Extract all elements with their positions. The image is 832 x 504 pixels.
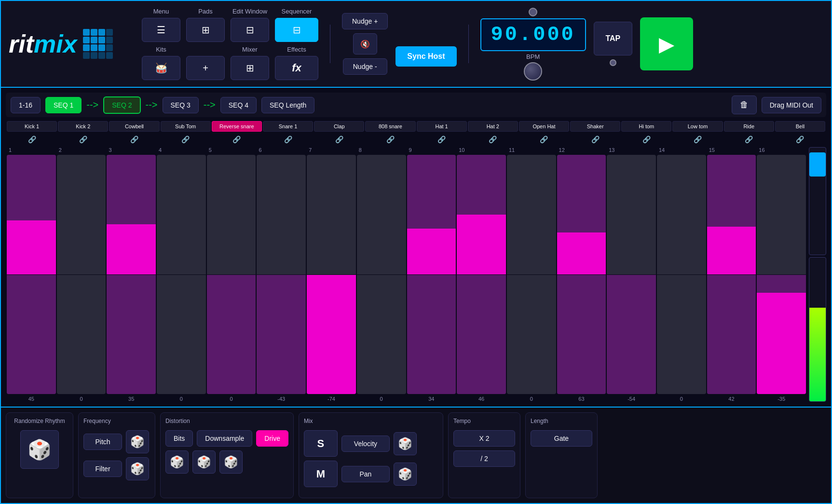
step-bottom-5[interactable]	[207, 275, 256, 395]
step-top-7[interactable]	[307, 155, 356, 274]
step-bottom-1[interactable]	[7, 275, 56, 395]
step-top-4[interactable]	[157, 155, 206, 274]
seq3-button[interactable]: SEQ 3	[163, 97, 199, 113]
div2-button[interactable]: / 2	[453, 450, 515, 467]
step-top-6[interactable]	[257, 155, 306, 274]
seq4-button[interactable]: SEQ 4	[220, 97, 257, 113]
drum-label-14[interactable]: Ride	[724, 121, 774, 132]
filter-button[interactable]: Filter	[83, 461, 122, 477]
step-bottom-8[interactable]	[357, 275, 406, 395]
step-column-7[interactable]	[307, 155, 356, 394]
step-top-16[interactable]	[757, 155, 806, 274]
drive-dice[interactable]: 🎲	[219, 450, 243, 474]
filter-dice[interactable]: 🎲	[126, 457, 149, 480]
step-column-1[interactable]	[7, 155, 56, 394]
step-bottom-11[interactable]	[507, 275, 556, 395]
pitch-dice[interactable]: 🎲	[126, 430, 149, 453]
step-column-15[interactable]	[707, 155, 756, 394]
step-top-14[interactable]	[657, 155, 706, 274]
drum-label-15[interactable]: Bell	[775, 121, 825, 132]
step-column-16[interactable]	[757, 155, 806, 394]
bits-button[interactable]: Bits	[165, 430, 193, 447]
solo-button[interactable]: S	[304, 430, 338, 457]
mute-button[interactable]: 🔇	[353, 33, 377, 54]
mixer-button[interactable]: ⊞	[231, 56, 269, 80]
arrow1-button[interactable]: -->	[86, 99, 98, 110]
step-top-11[interactable]	[507, 155, 556, 274]
nudge-minus-button[interactable]: Nudge -	[343, 58, 387, 75]
drum-label-2[interactable]: Cowbell	[109, 121, 159, 132]
drum-label-11[interactable]: Shaker	[570, 121, 620, 132]
step-bottom-13[interactable]	[607, 275, 656, 395]
velocity-dice[interactable]: 🎲	[394, 432, 417, 455]
step-top-8[interactable]	[357, 155, 406, 274]
arrow3-button[interactable]: -->	[204, 99, 216, 110]
drum-label-7[interactable]: 808 snare	[365, 121, 415, 132]
tap-button[interactable]: TAP	[594, 22, 632, 55]
step-column-4[interactable]	[157, 155, 206, 394]
step-column-3[interactable]	[107, 155, 156, 394]
x2-button[interactable]: X 2	[453, 430, 515, 447]
step-column-9[interactable]	[407, 155, 456, 394]
drum-label-12[interactable]: Hi tom	[621, 121, 671, 132]
step-column-10[interactable]	[457, 155, 506, 394]
downsample-dice[interactable]: 🎲	[192, 450, 216, 474]
velocity-button[interactable]: Velocity	[341, 436, 390, 452]
step-column-14[interactable]	[657, 155, 706, 394]
step-top-2[interactable]	[57, 155, 106, 274]
step-bottom-6[interactable]	[257, 275, 306, 395]
step-column-2[interactable]	[57, 155, 106, 394]
step-bottom-3[interactable]	[107, 275, 156, 395]
step-bottom-14[interactable]	[657, 275, 706, 395]
step-column-12[interactable]	[557, 155, 606, 394]
step-bottom-4[interactable]	[157, 275, 206, 395]
range-button[interactable]: 1-16	[11, 97, 41, 113]
drum-label-6[interactable]: Clap	[314, 121, 364, 132]
drum-label-3[interactable]: Sub Tom	[161, 121, 211, 132]
drum-label-13[interactable]: Low tom	[672, 121, 723, 132]
step-column-8[interactable]	[357, 155, 406, 394]
bpm-knob[interactable]	[524, 62, 542, 81]
pan-button[interactable]: Pan	[341, 466, 390, 482]
step-top-10[interactable]	[457, 155, 506, 274]
drive-button[interactable]: Drive	[256, 430, 288, 447]
pads-button[interactable]: ⊞	[186, 18, 225, 42]
step-top-3[interactable]	[107, 155, 156, 274]
step-top-9[interactable]	[407, 155, 456, 274]
randomize-dice[interactable]: 🎲	[20, 430, 59, 469]
effects-button[interactable]: fx	[275, 56, 318, 80]
downsample-button[interactable]: Downsample	[197, 430, 252, 447]
step-column-6[interactable]	[257, 155, 306, 394]
step-column-5[interactable]	[207, 155, 256, 394]
sync-host-button[interactable]: Sync Host	[396, 46, 456, 67]
drum-label-1[interactable]: Kick 2	[58, 121, 108, 132]
drag-midi-button[interactable]: Drag MIDI Out	[762, 97, 821, 113]
step-top-1[interactable]	[7, 155, 56, 274]
pitch-button[interactable]: Pitch	[83, 434, 122, 450]
pan-dice[interactable]: 🎲	[394, 463, 417, 486]
bits-dice[interactable]: 🎲	[165, 450, 189, 474]
step-bottom-7[interactable]	[307, 275, 356, 395]
drum-label-4[interactable]: Reverse snare	[212, 121, 262, 132]
step-top-13[interactable]	[607, 155, 656, 274]
step-bottom-16[interactable]	[757, 275, 806, 395]
mute-solo-button[interactable]: M	[304, 461, 338, 487]
step-bottom-2[interactable]	[57, 275, 106, 395]
step-top-5[interactable]	[207, 155, 256, 274]
kits-button[interactable]: 🥁	[142, 56, 180, 80]
step-top-15[interactable]	[707, 155, 756, 274]
step-bottom-9[interactable]	[407, 275, 456, 395]
play-button[interactable]: ▶	[640, 17, 693, 70]
seq1-button[interactable]: SEQ 1	[45, 97, 82, 113]
step-column-13[interactable]	[607, 155, 656, 394]
trash-button[interactable]: 🗑	[732, 95, 757, 114]
drum-label-8[interactable]: Hat 1	[417, 121, 467, 132]
sequencer-button[interactable]: ⊟	[275, 18, 318, 42]
drum-label-5[interactable]: Snare 1	[263, 121, 313, 132]
edit-window-button[interactable]: ⊟	[231, 18, 269, 42]
bpm-display[interactable]: 90.000	[480, 18, 586, 51]
step-bottom-15[interactable]	[707, 275, 756, 395]
add-button[interactable]: +	[186, 56, 225, 80]
gate-button[interactable]: Gate	[531, 430, 592, 447]
step-column-11[interactable]	[507, 155, 556, 394]
